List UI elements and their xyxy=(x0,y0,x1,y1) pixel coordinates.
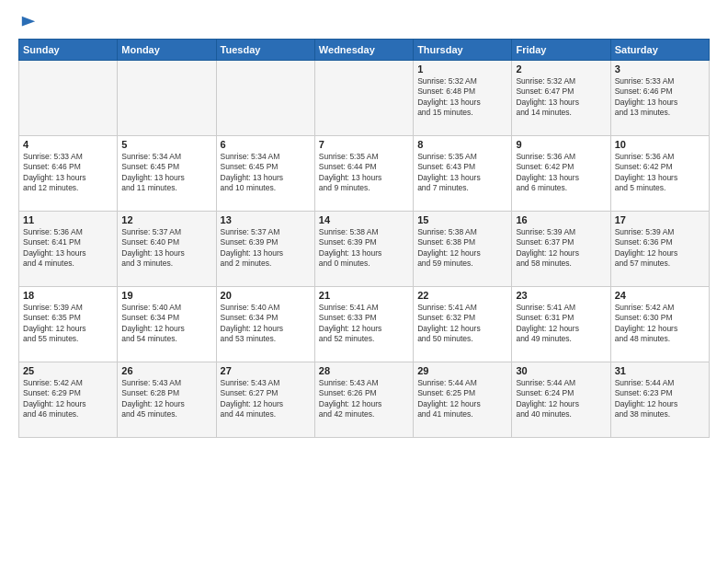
day-info: Sunrise: 5:36 AM Sunset: 6:41 PM Dayligh… xyxy=(23,227,113,270)
calendar-cell: 21Sunrise: 5:41 AM Sunset: 6:33 PM Dayli… xyxy=(314,287,413,362)
week-row-5: 25Sunrise: 5:42 AM Sunset: 6:29 PM Dayli… xyxy=(19,362,710,438)
header-saturday: Saturday xyxy=(610,40,709,61)
day-number: 13 xyxy=(221,214,311,225)
day-info: Sunrise: 5:40 AM Sunset: 6:34 PM Dayligh… xyxy=(121,303,211,345)
calendar-cell: 8Sunrise: 5:35 AM Sunset: 6:43 PM Daylig… xyxy=(414,136,512,212)
calendar-table: SundayMondayTuesdayWednesdayThursdayFrid… xyxy=(18,39,710,438)
day-number: 1 xyxy=(417,63,507,75)
calendar-cell: 6Sunrise: 5:34 AM Sunset: 6:45 PM Daylig… xyxy=(216,136,314,212)
day-info: Sunrise: 5:41 AM Sunset: 6:32 PM Dayligh… xyxy=(417,303,507,345)
calendar-cell xyxy=(19,61,118,136)
week-row-3: 11Sunrise: 5:36 AM Sunset: 6:41 PM Dayli… xyxy=(19,212,710,287)
day-info: Sunrise: 5:44 AM Sunset: 6:25 PM Dayligh… xyxy=(417,378,507,420)
calendar-cell: 15Sunrise: 5:38 AM Sunset: 6:38 PM Dayli… xyxy=(414,212,512,287)
calendar-cell: 12Sunrise: 5:37 AM Sunset: 6:40 PM Dayli… xyxy=(118,212,216,287)
day-info: Sunrise: 5:33 AM Sunset: 6:46 PM Dayligh… xyxy=(23,152,113,194)
day-number: 9 xyxy=(516,139,606,150)
logo xyxy=(18,15,37,31)
day-number: 7 xyxy=(319,139,409,150)
calendar-cell: 28Sunrise: 5:43 AM Sunset: 6:26 PM Dayli… xyxy=(314,362,413,438)
calendar-cell: 7Sunrise: 5:35 AM Sunset: 6:44 PM Daylig… xyxy=(314,136,413,212)
day-number: 2 xyxy=(516,63,606,75)
calendar-cell: 16Sunrise: 5:39 AM Sunset: 6:37 PM Dayli… xyxy=(512,212,610,287)
day-info: Sunrise: 5:41 AM Sunset: 6:33 PM Dayligh… xyxy=(319,303,409,345)
day-info: Sunrise: 5:35 AM Sunset: 6:43 PM Dayligh… xyxy=(417,152,507,194)
day-info: Sunrise: 5:44 AM Sunset: 6:24 PM Dayligh… xyxy=(516,378,606,420)
day-info: Sunrise: 5:39 AM Sunset: 6:35 PM Dayligh… xyxy=(23,303,113,345)
day-info: Sunrise: 5:39 AM Sunset: 6:37 PM Dayligh… xyxy=(516,227,606,270)
calendar-cell: 31Sunrise: 5:44 AM Sunset: 6:23 PM Dayli… xyxy=(610,362,709,438)
day-number: 20 xyxy=(221,290,311,301)
day-info: Sunrise: 5:36 AM Sunset: 6:42 PM Dayligh… xyxy=(615,152,705,194)
day-info: Sunrise: 5:34 AM Sunset: 6:45 PM Dayligh… xyxy=(121,152,211,194)
day-info: Sunrise: 5:37 AM Sunset: 6:40 PM Dayligh… xyxy=(121,227,211,270)
day-info: Sunrise: 5:39 AM Sunset: 6:36 PM Dayligh… xyxy=(615,227,705,270)
day-info: Sunrise: 5:38 AM Sunset: 6:38 PM Dayligh… xyxy=(417,227,507,270)
calendar-cell: 25Sunrise: 5:42 AM Sunset: 6:29 PM Dayli… xyxy=(19,362,118,438)
day-number: 22 xyxy=(417,290,507,301)
day-info: Sunrise: 5:34 AM Sunset: 6:45 PM Dayligh… xyxy=(221,152,311,194)
calendar-header: SundayMondayTuesdayWednesdayThursdayFrid… xyxy=(19,40,710,61)
day-number: 16 xyxy=(516,214,606,225)
header-monday: Monday xyxy=(118,40,216,61)
day-number: 8 xyxy=(417,139,507,150)
calendar-cell: 1Sunrise: 5:32 AM Sunset: 6:48 PM Daylig… xyxy=(414,61,512,136)
day-info: Sunrise: 5:41 AM Sunset: 6:31 PM Dayligh… xyxy=(516,303,606,345)
calendar-cell: 4Sunrise: 5:33 AM Sunset: 6:46 PM Daylig… xyxy=(19,136,118,212)
header-wednesday: Wednesday xyxy=(314,40,413,61)
day-number: 18 xyxy=(23,290,113,301)
calendar-cell xyxy=(314,61,413,136)
day-number: 27 xyxy=(221,365,311,376)
week-row-1: 1Sunrise: 5:32 AM Sunset: 6:48 PM Daylig… xyxy=(19,61,710,136)
calendar-cell: 3Sunrise: 5:33 AM Sunset: 6:46 PM Daylig… xyxy=(610,61,709,136)
calendar-cell: 13Sunrise: 5:37 AM Sunset: 6:39 PM Dayli… xyxy=(216,212,314,287)
calendar-cell: 14Sunrise: 5:38 AM Sunset: 6:39 PM Dayli… xyxy=(314,212,413,287)
calendar-cell: 17Sunrise: 5:39 AM Sunset: 6:36 PM Dayli… xyxy=(610,212,709,287)
week-row-4: 18Sunrise: 5:39 AM Sunset: 6:35 PM Dayli… xyxy=(19,287,710,362)
header-friday: Friday xyxy=(512,40,610,61)
day-info: Sunrise: 5:37 AM Sunset: 6:39 PM Dayligh… xyxy=(221,227,311,270)
day-number: 31 xyxy=(615,365,705,376)
day-number: 6 xyxy=(221,139,311,150)
day-number: 10 xyxy=(615,139,705,150)
calendar-cell: 11Sunrise: 5:36 AM Sunset: 6:41 PM Dayli… xyxy=(19,212,118,287)
day-info: Sunrise: 5:42 AM Sunset: 6:30 PM Dayligh… xyxy=(615,303,705,345)
day-number: 23 xyxy=(516,290,606,301)
day-info: Sunrise: 5:40 AM Sunset: 6:34 PM Dayligh… xyxy=(221,303,311,345)
day-info: Sunrise: 5:36 AM Sunset: 6:42 PM Dayligh… xyxy=(516,152,606,194)
day-info: Sunrise: 5:44 AM Sunset: 6:23 PM Dayligh… xyxy=(615,378,705,420)
page: SundayMondayTuesdayWednesdayThursdayFrid… xyxy=(0,0,728,563)
calendar-cell: 18Sunrise: 5:39 AM Sunset: 6:35 PM Dayli… xyxy=(19,287,118,362)
calendar-cell: 26Sunrise: 5:43 AM Sunset: 6:28 PM Dayli… xyxy=(118,362,216,438)
day-number: 17 xyxy=(615,214,705,225)
day-number: 29 xyxy=(417,365,507,376)
day-number: 4 xyxy=(23,139,113,150)
day-info: Sunrise: 5:42 AM Sunset: 6:29 PM Dayligh… xyxy=(23,378,113,420)
header-row: SundayMondayTuesdayWednesdayThursdayFrid… xyxy=(19,40,710,61)
header-sunday: Sunday xyxy=(19,40,118,61)
calendar-cell: 27Sunrise: 5:43 AM Sunset: 6:27 PM Dayli… xyxy=(216,362,314,438)
calendar-cell: 9Sunrise: 5:36 AM Sunset: 6:42 PM Daylig… xyxy=(512,136,610,212)
day-number: 21 xyxy=(319,290,409,301)
day-number: 14 xyxy=(319,214,409,225)
calendar-cell: 30Sunrise: 5:44 AM Sunset: 6:24 PM Dayli… xyxy=(512,362,610,438)
logo-text xyxy=(18,15,37,31)
calendar-cell: 23Sunrise: 5:41 AM Sunset: 6:31 PM Dayli… xyxy=(512,287,610,362)
day-number: 11 xyxy=(23,214,113,225)
day-info: Sunrise: 5:32 AM Sunset: 6:48 PM Dayligh… xyxy=(417,76,507,119)
day-number: 3 xyxy=(615,63,705,75)
day-number: 28 xyxy=(319,365,409,376)
calendar-cell: 24Sunrise: 5:42 AM Sunset: 6:30 PM Dayli… xyxy=(610,287,709,362)
calendar-cell: 22Sunrise: 5:41 AM Sunset: 6:32 PM Dayli… xyxy=(414,287,512,362)
header-tuesday: Tuesday xyxy=(216,40,314,61)
logo-flag-icon xyxy=(20,15,37,31)
day-number: 30 xyxy=(516,365,606,376)
week-row-2: 4Sunrise: 5:33 AM Sunset: 6:46 PM Daylig… xyxy=(19,136,710,212)
calendar-cell: 2Sunrise: 5:32 AM Sunset: 6:47 PM Daylig… xyxy=(512,61,610,136)
day-info: Sunrise: 5:43 AM Sunset: 6:26 PM Dayligh… xyxy=(319,378,409,420)
day-number: 12 xyxy=(121,214,211,225)
svg-marker-0 xyxy=(22,17,35,27)
day-number: 5 xyxy=(121,139,211,150)
day-info: Sunrise: 5:38 AM Sunset: 6:39 PM Dayligh… xyxy=(319,227,409,270)
calendar-cell xyxy=(216,61,314,136)
